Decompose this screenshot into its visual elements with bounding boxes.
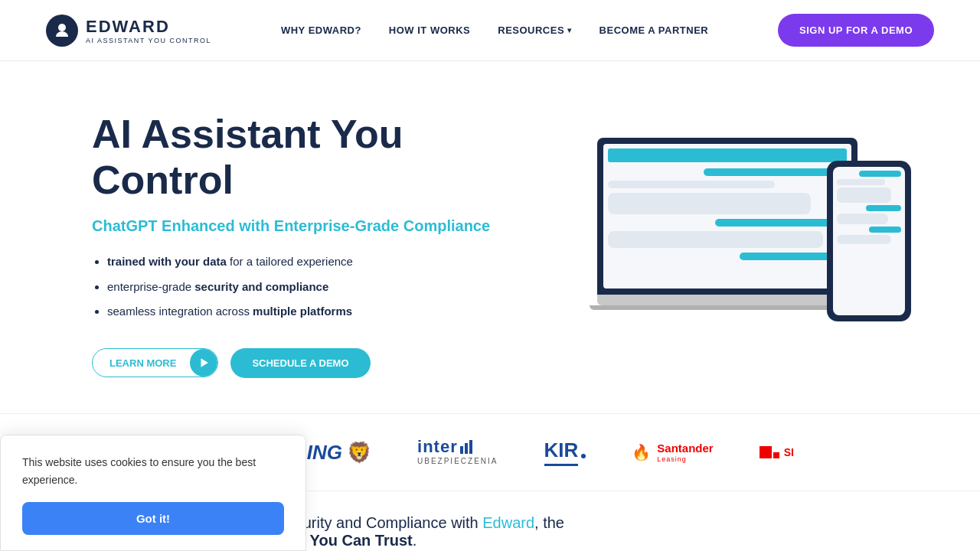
hero-bullet-3-bold: multiple platforms [253,305,352,318]
chat-bubble-left-2 [608,193,811,214]
hero-bullet-2-pre: enterprise-grade [107,280,194,293]
ing-logo: ING 🦁 [307,437,371,468]
hero-subtitle: ChatGPT Enhanced with Enterprise-Grade C… [92,217,521,235]
phone-bubble-r3 [869,227,901,233]
phone-bubble-l1 [837,179,885,185]
phone-bubble-l2 [837,187,891,203]
hero-bullet-3-pre: seamless integration across [107,305,253,318]
ing-lion-icon: 🦁 [347,441,371,465]
nav-become-partner[interactable]: BECOME A PARTNER [599,24,709,36]
laptop-mockup [597,138,858,321]
logo-icon [46,15,78,47]
chat-header-bar [608,148,847,162]
laptop-base [597,295,858,305]
si-box-2 [773,452,779,458]
hero-subtitle-plain: ChatGPT Enhanced with [92,217,274,234]
hero-buttons: LEARN MORE SCHEDULE A DEMO [92,348,521,378]
logo[interactable]: EDWARD AI ASSISTANT YOU CONTROL [46,15,211,47]
hero-subtitle-highlight: Enterprise-Grade Compliance [274,217,490,234]
hero-title: AI Assistant You Control [92,112,521,204]
kir-dot-icon [581,454,586,458]
signup-demo-button[interactable]: SIGN UP FOR A DEMO [778,14,934,47]
santander-logo: 🔥 Santander Leasing [632,437,713,468]
learn-more-button[interactable]: LEARN MORE [92,348,218,377]
cookie-message: This website uses cookies to ensure you … [22,454,284,488]
inter-bars-icon [460,440,472,454]
kir-text: KIR [544,439,579,466]
santander-flame-icon: 🔥 [632,443,651,461]
nav-resources[interactable]: RESOURCES ▾ [498,24,571,36]
hero-illustration [597,122,919,367]
schedule-demo-button[interactable]: SCHEDULE A DEMO [230,348,370,378]
santander-sub: Leasing [657,455,713,463]
hero-bullet-2-bold: security and compliance [194,280,328,293]
hero-bullet-1: trained with your data for a tailored ex… [107,253,521,271]
santander-text-block: Santander Leasing [657,442,713,463]
play-triangle-icon [198,357,209,368]
logo-tagline: AI ASSISTANT YOU CONTROL [86,37,211,44]
hero-bullet-3: seamless integration across multiple pla… [107,303,521,321]
phone-screen [833,167,905,315]
svg-marker-1 [201,358,208,367]
hero-bullet-1-bold: trained with your data [107,255,227,268]
si-box-1 [760,446,772,458]
hero-bullet-2: enterprise-grade security and compliance [107,279,521,296]
chat-bubble-left-3 [608,231,823,248]
ing-text: ING [307,441,342,465]
logo-name: EDWARD [86,17,211,37]
phone-bubble-l4 [837,235,891,244]
santander-name: Santander [657,442,713,455]
nav-resources-label: RESOURCES [498,24,564,36]
navbar: EDWARD AI ASSISTANT YOU CONTROL WHY EDWA… [0,0,980,61]
si-boxes-icon [760,446,779,458]
nav-links: WHY EDWARD? HOW IT WORKS RESOURCES ▾ BEC… [281,24,708,36]
edward-head-icon [53,21,71,40]
chat-bubble-left-1 [608,181,775,188]
chat-bubble-right-1 [704,168,847,176]
laptop-screen [597,138,858,295]
edward-link[interactable]: Edward [482,514,534,531]
below-fold-line2-end: . [413,532,417,549]
phone-bubble-l3 [837,214,888,224]
kir-logo: KIR [544,437,586,468]
si-consulting-logo: SI [760,437,794,468]
cookie-banner: This website uses cookies to ensure you … [0,435,306,551]
laptop-chat-ui [603,144,851,289]
nav-how-it-works[interactable]: HOW IT WORKS [389,24,470,36]
phone-bubble-r2 [866,205,901,211]
below-fold-line2-bold: You Can Trust [310,532,413,549]
nav-why-edward[interactable]: WHY EDWARD? [281,24,361,36]
inter-subtitle: UBEZPIECZENIA [417,457,498,465]
si-text: SI [784,446,794,458]
inter-logo: inter UBEZPIECZENIA [417,437,498,468]
logo-text: EDWARD AI ASSISTANT YOU CONTROL [86,17,211,44]
inter-top-text: inter [417,437,472,457]
phone-bubble-r1 [859,171,901,177]
laptop-foot [590,305,865,310]
play-icon [190,349,217,377]
hero-content: AI Assistant You Control ChatGPT Enhance… [92,112,521,377]
cookie-accept-button[interactable]: Got it! [22,502,284,535]
phone-mockup [827,161,911,321]
hero-bullet-1-rest: for a tailored experience [227,255,353,268]
hero-bullets: trained with your data for a tailored ex… [92,253,521,321]
inter-name: inter [417,437,458,457]
svg-point-0 [58,24,66,31]
below-fold-plain-2: , the [534,514,564,531]
learn-more-label: LEARN MORE [93,350,190,377]
chevron-down-icon: ▾ [567,26,572,34]
hero-section: AI Assistant You Control ChatGPT Enhance… [0,61,980,413]
